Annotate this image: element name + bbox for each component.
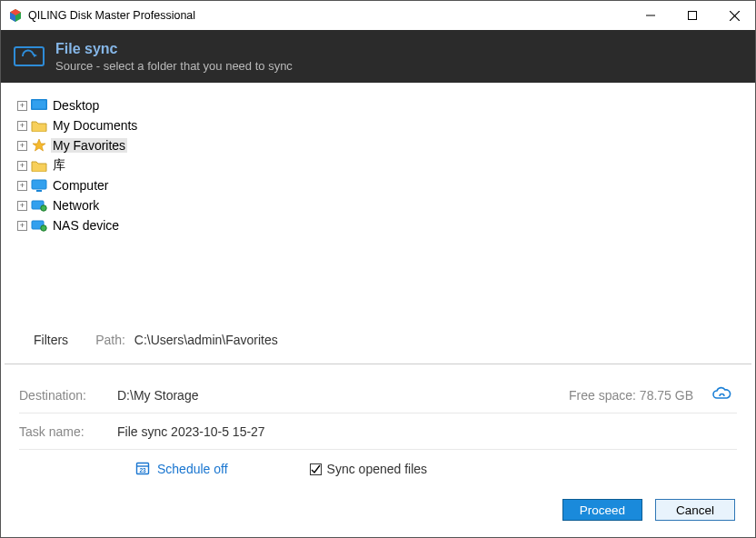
- svg-marker-8: [34, 54, 37, 57]
- minimize-button[interactable]: [630, 1, 671, 30]
- maximize-button[interactable]: [671, 1, 713, 30]
- tree-item-label: My Documents: [51, 118, 139, 133]
- task-name-value[interactable]: File sync 2023-10-5 15-27: [117, 424, 265, 439]
- network-icon: [31, 218, 47, 233]
- checkbox-icon: [310, 463, 322, 475]
- tree-item[interactable]: +My Documents: [17, 115, 739, 135]
- expand-icon[interactable]: +: [17, 201, 27, 211]
- task-name-row: Task name: File sync 2023-10-5 15-27: [19, 413, 737, 450]
- star-icon: [31, 138, 47, 153]
- footer: Proceed Cancel: [1, 488, 755, 537]
- expand-icon[interactable]: +: [17, 101, 27, 111]
- computer-icon: [31, 178, 47, 193]
- expand-icon[interactable]: +: [17, 141, 27, 151]
- page-header: File sync Source - select a folder that …: [1, 30, 755, 83]
- page-subtitle: Source - select a folder that you need t…: [55, 59, 293, 73]
- app-window: QILING Disk Master Professional File syn…: [0, 0, 756, 538]
- calendar-icon: 23: [135, 461, 150, 478]
- free-space-value: Free space: 78.75 GB: [569, 388, 693, 403]
- svg-point-17: [41, 225, 46, 231]
- tree-item[interactable]: +库: [17, 155, 739, 175]
- schedule-button[interactable]: 23 Schedule off: [135, 461, 228, 478]
- tree-item-label: Desktop: [51, 98, 101, 113]
- folder-tree[interactable]: +Desktop+My Documents+My Favorites+库+Com…: [1, 83, 755, 324]
- desktop-icon: [31, 98, 47, 113]
- destination-value[interactable]: D:\My Storage: [117, 388, 198, 403]
- network-icon: [31, 198, 47, 213]
- svg-text:23: 23: [139, 467, 146, 473]
- file-sync-icon: [14, 45, 45, 68]
- tree-item[interactable]: +Desktop: [17, 95, 739, 115]
- fields: Destination: D:\My Storage Free space: 7…: [1, 364, 755, 488]
- options-row: 23 Schedule off Sync opened files: [19, 450, 737, 488]
- close-button[interactable]: [713, 1, 755, 30]
- folder-icon: [31, 158, 47, 173]
- app-title: QILING Disk Master Professional: [28, 9, 195, 22]
- path-value: C:\Users\admin\Favorites: [134, 333, 278, 347]
- filters-button[interactable]: Filters: [34, 333, 68, 347]
- titlebar: QILING Disk Master Professional: [1, 1, 755, 30]
- svg-rect-13: [36, 190, 42, 192]
- expand-icon[interactable]: +: [17, 121, 27, 131]
- destination-row: Destination: D:\My Storage Free space: 7…: [19, 377, 737, 413]
- svg-point-15: [41, 205, 46, 211]
- tree-item-label: Computer: [51, 178, 110, 193]
- app-logo-icon: [8, 8, 23, 23]
- svg-marker-11: [33, 139, 45, 151]
- expand-icon[interactable]: +: [17, 181, 27, 191]
- path-bar: Filters Path: C:\Users\admin\Favorites: [5, 324, 751, 364]
- expand-icon[interactable]: +: [17, 161, 27, 171]
- tree-item-label: 库: [51, 157, 67, 174]
- tree-item[interactable]: +NAS device: [17, 215, 739, 235]
- sync-opened-label: Sync opened files: [327, 462, 428, 476]
- task-name-label: Task name:: [19, 424, 117, 439]
- svg-rect-4: [689, 12, 697, 20]
- tree-item-label: Network: [51, 198, 101, 213]
- tree-item[interactable]: +My Favorites: [17, 135, 739, 155]
- cloud-destination-icon[interactable]: [711, 386, 731, 404]
- proceed-button[interactable]: Proceed: [562, 499, 642, 521]
- page-title: File sync: [55, 41, 293, 57]
- path-label: Path:: [95, 333, 125, 347]
- cancel-button[interactable]: Cancel: [655, 499, 735, 521]
- expand-icon[interactable]: +: [17, 221, 27, 231]
- destination-label: Destination:: [19, 388, 117, 403]
- svg-rect-12: [32, 180, 46, 189]
- tree-item[interactable]: +Network: [17, 195, 739, 215]
- tree-item[interactable]: +Computer: [17, 175, 739, 195]
- folder-icon: [31, 118, 47, 133]
- schedule-label: Schedule off: [157, 462, 228, 476]
- tree-item-label: My Favorites: [51, 138, 127, 153]
- sync-opened-checkbox[interactable]: Sync opened files: [310, 462, 428, 476]
- svg-rect-10: [33, 101, 46, 109]
- tree-item-label: NAS device: [51, 218, 121, 233]
